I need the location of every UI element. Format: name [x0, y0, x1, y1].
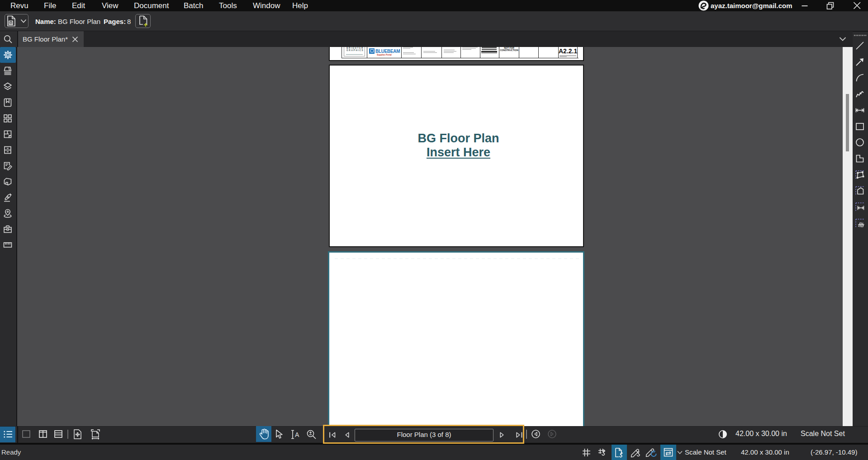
- svg-text:A: A: [295, 431, 299, 438]
